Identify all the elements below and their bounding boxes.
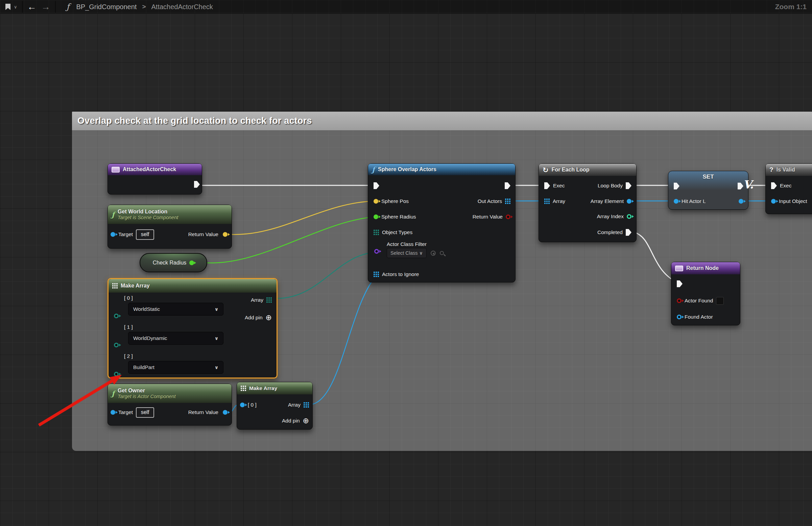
add-pin-icon[interactable]: ⊕ — [303, 417, 309, 425]
array-output-row: Array — [251, 295, 272, 305]
blueprint-toolbar: ∨ ← → ƒ BP_GridComponent > AttachedActor… — [0, 0, 812, 14]
array-output-label: Array — [288, 402, 301, 408]
make-array-icon — [112, 283, 118, 288]
exec-input-pin[interactable] — [677, 281, 683, 287]
exec-input-pin[interactable] — [674, 183, 680, 189]
array-index-row: Array Index — [597, 212, 632, 221]
out-actors-pin[interactable] — [505, 199, 510, 204]
target-input-pin[interactable] — [111, 232, 115, 237]
found-actor-label: Found Actor — [684, 314, 713, 320]
return-value-pin[interactable] — [223, 410, 228, 415]
sphere-radius-pin[interactable] — [374, 214, 378, 219]
node-title: Get World Location — [118, 209, 178, 215]
add-pin-icon[interactable]: ⊕ — [266, 314, 272, 321]
exec-in-row — [677, 279, 683, 288]
object-types-pin[interactable] — [374, 230, 379, 235]
browse-class-icon[interactable] — [440, 251, 444, 255]
result-icon — [675, 266, 683, 271]
breadcrumb-current[interactable]: AttachedActorCheck — [151, 3, 213, 11]
target-value-field[interactable]: self — [136, 229, 154, 240]
bookmark-chevron-icon[interactable]: ∨ — [14, 4, 17, 10]
item-1-input-pin[interactable] — [114, 343, 119, 347]
node-make-array-selected[interactable]: Make Array Array Add pin ⊕ [ 0 ] WorldSt… — [107, 278, 277, 379]
check-radius-output-pin[interactable] — [189, 260, 194, 265]
reset-class-icon[interactable] — [431, 251, 436, 256]
exec-output-pin[interactable] — [194, 181, 200, 188]
input-object-pin[interactable] — [771, 199, 776, 204]
add-pin-row[interactable]: Add pin ⊕ — [282, 416, 309, 426]
breadcrumb-root[interactable]: BP_GridComponent — [76, 3, 136, 11]
item-0-input-pin[interactable] — [114, 314, 119, 318]
actor-found-pin[interactable] — [677, 298, 682, 303]
return-value-pin[interactable] — [223, 232, 228, 237]
return-value-pin[interactable] — [506, 214, 510, 219]
node-get-world-location[interactable]: ƒ Get World Location Target is Scene Com… — [107, 205, 232, 248]
target-input-pin[interactable] — [111, 410, 115, 415]
item-index-label: [ 0 ] — [248, 402, 257, 408]
node-return[interactable]: Return Node Actor Found Found Actor — [671, 262, 740, 325]
add-pin-row[interactable]: Add pin ⊕ — [245, 313, 272, 322]
node-sphere-overlap-actors[interactable]: ƒ Sphere Overlap Actors Sphere Pos Spher… — [368, 164, 516, 282]
item-0-input-pin[interactable] — [240, 402, 245, 407]
item-2-dropdown[interactable]: BuildPart ∨ — [128, 361, 223, 374]
item-index-label: [ 1 ] — [124, 324, 133, 330]
wire-sphere-pos[interactable] — [225, 201, 379, 234]
item-2-input-pin[interactable] — [114, 372, 119, 376]
function-icon: ƒ — [67, 2, 70, 12]
array-index-pin[interactable] — [627, 214, 632, 219]
node-header[interactable]: AttachedActorCheck — [108, 164, 202, 175]
array-output-pin[interactable] — [266, 297, 272, 303]
loop-body-pin[interactable] — [626, 182, 632, 189]
forward-button[interactable]: → — [41, 2, 50, 12]
node-title: Sphere Overlap Actors — [378, 167, 436, 172]
completed-pin[interactable] — [626, 229, 632, 236]
actor-class-filter-pin[interactable] — [374, 249, 379, 254]
actors-to-ignore-pin[interactable] — [374, 272, 379, 277]
node-set-hit-actor[interactable]: SET Hit Actor L — [668, 171, 749, 210]
array-input-pin[interactable] — [544, 199, 550, 204]
exec-output-pin[interactable] — [738, 183, 743, 189]
hit-actor-input-pin[interactable] — [674, 199, 679, 204]
back-button[interactable]: ← — [27, 2, 37, 12]
array-output-label: Array — [251, 297, 263, 303]
node-check-radius-getter[interactable]: Check Radius — [140, 253, 207, 272]
return-value-row: Return Value — [473, 212, 510, 222]
node-header[interactable]: ↻ For Each Loop — [539, 164, 636, 176]
wire-object-types[interactable] — [277, 252, 378, 298]
exec-input-pin[interactable] — [771, 182, 777, 189]
node-header[interactable]: ƒ Get Owner Target is Actor Component — [108, 384, 232, 403]
node-get-owner[interactable]: ƒ Get Owner Target is Actor Component Ta… — [107, 384, 232, 426]
array-output-pin[interactable] — [304, 402, 309, 408]
target-value-field[interactable]: self — [136, 407, 154, 418]
hit-actor-output-pin[interactable] — [739, 199, 743, 204]
node-for-each-loop[interactable]: ↻ For Each Loop Exec Array Loop Body Arr… — [538, 164, 637, 242]
select-class-dropdown[interactable]: Select Class ∨ — [387, 248, 426, 258]
completed-row: Completed — [597, 228, 632, 237]
exec-output-pin[interactable] — [505, 182, 510, 189]
item-0-dropdown[interactable]: WorldStatic ∨ — [128, 303, 223, 316]
item-1-dropdown[interactable]: WorldDynamic ∨ — [128, 332, 223, 345]
exec-input-pin[interactable] — [544, 182, 550, 189]
array-element-pin[interactable] — [627, 199, 632, 204]
node-make-array-small[interactable]: Make Array [ 0 ] Array Add pin ⊕ — [237, 382, 313, 430]
sphere-pos-label: Sphere Pos — [381, 198, 409, 204]
node-header[interactable]: Make Array — [237, 382, 313, 395]
node-attached-actor-check[interactable]: AttachedActorCheck — [107, 164, 202, 195]
node-subtitle: Target is Scene Component — [118, 215, 178, 220]
exec-input-pin[interactable] — [374, 182, 379, 189]
bookmark-icon[interactable] — [5, 4, 11, 10]
sphere-pos-pin[interactable] — [374, 199, 378, 204]
loop-body-row: Loop Body — [598, 181, 632, 190]
node-header[interactable]: Return Node — [671, 262, 740, 274]
node-header[interactable]: ? Is Valid — [766, 164, 812, 176]
wire-actors-to-ignore[interactable] — [310, 274, 378, 404]
graph-canvas[interactable]: Overlap check at the grid location to ch… — [0, 14, 812, 526]
node-header[interactable]: Make Array — [108, 279, 277, 293]
node-header[interactable]: ƒ Sphere Overlap Actors — [368, 164, 515, 175]
loop-icon: ↻ — [542, 167, 549, 173]
actor-found-checkbox[interactable] — [716, 297, 724, 305]
node-is-valid[interactable]: ? Is Valid Exec Input Object — [765, 164, 812, 214]
node-title: Is Valid — [777, 167, 795, 173]
node-header[interactable]: ƒ Get World Location Target is Scene Com… — [108, 205, 232, 224]
found-actor-pin[interactable] — [677, 315, 682, 319]
